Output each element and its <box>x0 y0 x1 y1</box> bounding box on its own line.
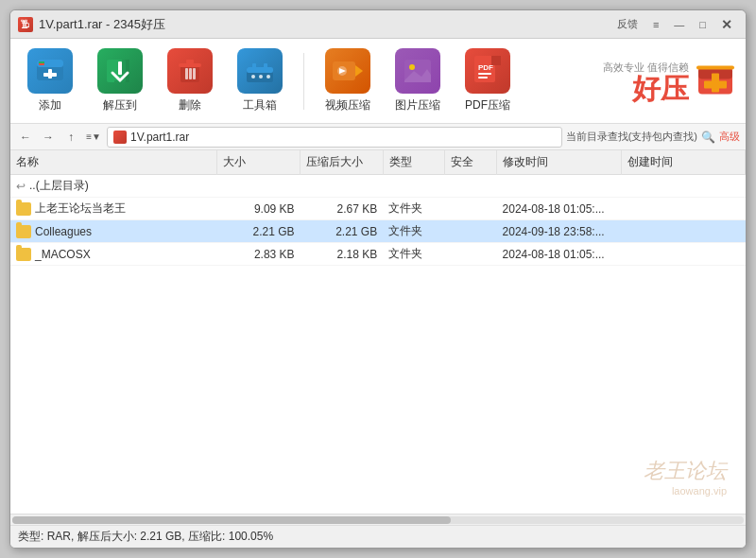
tools-button[interactable]: 工具箱 <box>230 44 290 117</box>
title-bar: 🗜 1V.part1.rar - 2345好压 反馈 ≡ — □ ✕ <box>10 10 746 39</box>
close-button[interactable]: ✕ <box>715 15 738 34</box>
file-modified-cell: 2024-08-18 01:05:... <box>497 198 621 220</box>
address-input[interactable]: 1V.part1.rar <box>107 127 562 148</box>
table-row[interactable]: ↩..(上层目录) <box>10 175 746 198</box>
file-type-cell: 文件夹 <box>383 220 445 243</box>
add-label: 添加 <box>39 97 61 113</box>
tools-label: 工具箱 <box>243 97 277 113</box>
horizontal-scrollbar[interactable] <box>10 514 746 525</box>
status-bar: 类型: RAR, 解压后大小: 2.21 GB, 压缩比: 100.05% <box>10 525 746 548</box>
brand-icon <box>695 61 736 102</box>
file-area: 名称 大小 压缩后大小 类型 安全 修改时间 创建时间 ↩..(上层目录)上老王… <box>10 150 746 525</box>
file-created-cell <box>621 175 745 198</box>
table-row[interactable]: 上老王论坛当老王9.09 KB2.67 KB文件夹2024-08-18 01:0… <box>10 198 746 220</box>
file-security-cell <box>445 243 497 266</box>
forward-button[interactable]: → <box>39 128 58 147</box>
menu-button[interactable]: ≡ <box>647 17 664 32</box>
folder-icon <box>16 248 31 261</box>
svg-point-26 <box>409 64 415 70</box>
video-icon <box>325 48 370 94</box>
svg-rect-7 <box>118 61 122 75</box>
pdf-compress-button[interactable]: PDF PDF压缩 <box>457 44 518 117</box>
pdf-label: PDF压缩 <box>465 97 510 113</box>
video-label: 视频压缩 <box>325 97 370 113</box>
main-window: 🗜 1V.part1.rar - 2345好压 反馈 ≡ — □ ✕ <box>9 9 747 549</box>
unzip-button[interactable]: 解压到 <box>90 44 150 117</box>
svg-point-20 <box>266 75 270 78</box>
folder-icon <box>16 202 31 216</box>
file-compressed-cell <box>301 175 384 198</box>
file-compressed-cell: 2.21 GB <box>301 220 384 243</box>
col-header-modified[interactable]: 修改时间 <box>497 150 621 175</box>
delete-label: 删除 <box>179 97 201 113</box>
file-name-cell: 上老王论坛当老王 <box>10 198 217 220</box>
advanced-button[interactable]: 高级 <box>719 130 740 144</box>
svg-point-19 <box>259 75 263 78</box>
svg-rect-31 <box>478 73 491 75</box>
svg-rect-17 <box>264 63 267 69</box>
tools-icon <box>237 48 283 94</box>
video-compress-button[interactable]: 视频压缩 <box>318 44 378 117</box>
back-button[interactable]: ← <box>16 128 35 147</box>
delete-button[interactable]: 删除 <box>160 44 220 117</box>
svg-point-18 <box>251 75 255 78</box>
minimize-button[interactable]: — <box>668 17 690 32</box>
file-list[interactable]: 名称 大小 压缩后大小 类型 安全 修改时间 创建时间 ↩..(上层目录)上老王… <box>10 150 746 514</box>
file-table: 名称 大小 压缩后大小 类型 安全 修改时间 创建时间 ↩..(上层目录)上老王… <box>10 150 746 266</box>
col-header-created[interactable]: 创建时间 <box>621 150 745 175</box>
col-header-compressed[interactable]: 压缩后大小 <box>301 150 384 175</box>
scrollbar-thumb[interactable] <box>12 516 451 524</box>
add-button[interactable]: 添加 <box>20 44 80 117</box>
svg-rect-16 <box>252 63 256 69</box>
scrollbar-track[interactable] <box>12 516 744 524</box>
file-type-cell: 文件夹 <box>383 198 445 220</box>
toolbar: 添加 解压到 <box>10 39 746 124</box>
svg-rect-15 <box>247 67 273 73</box>
file-modified-cell: 2024-09-18 23:58:... <box>497 220 621 243</box>
image-compress-button[interactable]: 图片压缩 <box>387 44 448 117</box>
file-name-cell: ↩..(上层目录) <box>10 175 217 198</box>
separator <box>303 53 304 110</box>
table-row[interactable]: Colleagues2.21 GB2.21 GB文件夹2024-09-18 23… <box>10 220 746 243</box>
file-size-cell: 2.83 KB <box>217 243 301 266</box>
unzip-label: 解压到 <box>103 97 137 113</box>
col-header-name[interactable]: 名称 <box>10 150 217 175</box>
feedback-button[interactable]: 反馈 <box>611 15 644 33</box>
table-row[interactable]: _MACOSX2.83 KB2.18 KB文件夹2024-08-18 01:05… <box>10 243 746 266</box>
add-icon <box>27 48 73 94</box>
file-type-cell: 文件夹 <box>383 243 445 266</box>
maximize-button[interactable]: □ <box>694 17 712 32</box>
file-created-cell <box>621 243 745 266</box>
svg-rect-5 <box>39 61 44 63</box>
col-header-size[interactable]: 大小 <box>217 150 301 175</box>
svg-rect-32 <box>478 77 488 78</box>
file-size-cell: 9.09 KB <box>217 198 301 220</box>
svg-text:PDF: PDF <box>478 63 493 72</box>
up-button[interactable]: ↑ <box>61 128 80 147</box>
app-icon: 🗜 <box>18 17 33 32</box>
file-created-cell <box>621 198 745 220</box>
brand-area: 高效专业 值得信赖 好压 <box>603 60 736 102</box>
svg-rect-11 <box>185 68 188 79</box>
brand-name: 好压 <box>632 74 689 102</box>
col-header-security[interactable]: 安全 <box>445 150 497 175</box>
window-title: 1V.part1.rar - 2345好压 <box>39 16 611 33</box>
file-modified-cell <box>497 175 621 198</box>
svg-rect-38 <box>704 81 727 89</box>
svg-rect-9 <box>179 63 201 67</box>
file-modified-cell: 2024-08-18 01:05:... <box>497 243 621 266</box>
image-label: 图片压缩 <box>395 97 440 113</box>
svg-rect-10 <box>186 60 194 63</box>
svg-rect-36 <box>696 66 734 70</box>
file-compressed-cell: 2.67 KB <box>301 198 384 220</box>
svg-rect-12 <box>189 68 192 79</box>
file-size-cell: 2.21 GB <box>217 220 301 243</box>
unzip-icon <box>97 48 143 94</box>
svg-rect-3 <box>43 73 57 77</box>
list-view-button[interactable]: ≡▼ <box>84 128 103 147</box>
folder-icon <box>16 225 31 238</box>
col-header-type[interactable]: 类型 <box>383 150 445 175</box>
file-name-cell: _MACOSX <box>10 243 217 266</box>
window-controls: 反馈 ≡ — □ ✕ <box>611 15 738 34</box>
svg-marker-22 <box>355 65 363 77</box>
